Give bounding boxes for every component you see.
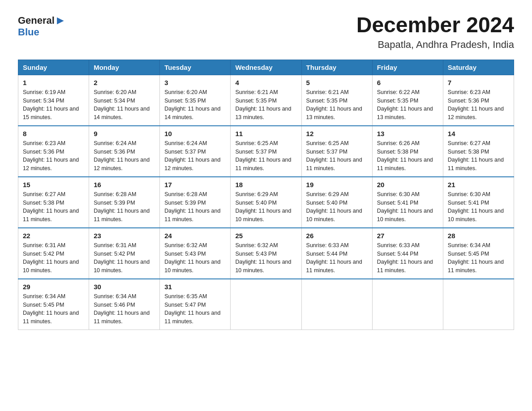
- calendar-week-row: 8 Sunrise: 6:23 AMSunset: 5:36 PMDayligh…: [18, 126, 514, 177]
- day-info: Sunrise: 6:34 AMSunset: 5:45 PMDaylight:…: [23, 293, 79, 325]
- day-info: Sunrise: 6:30 AMSunset: 5:41 PMDaylight:…: [448, 191, 504, 223]
- day-number: 24: [164, 232, 226, 240]
- table-row: [231, 279, 301, 330]
- day-info: Sunrise: 6:31 AMSunset: 5:42 PMDaylight:…: [94, 242, 150, 274]
- day-info: Sunrise: 6:24 AMSunset: 5:37 PMDaylight:…: [164, 140, 220, 171]
- title-block: December 2024 Bapatla, Andhra Pradesh, I…: [356, 13, 514, 51]
- day-number: 14: [448, 130, 509, 137]
- day-info: Sunrise: 6:27 AMSunset: 5:38 PMDaylight:…: [23, 191, 79, 223]
- table-row: 16 Sunrise: 6:28 AMSunset: 5:39 PMDaylig…: [89, 177, 160, 228]
- day-info: Sunrise: 6:21 AMSunset: 5:35 PMDaylight:…: [235, 89, 291, 120]
- table-row: 25 Sunrise: 6:32 AMSunset: 5:43 PMDaylig…: [231, 228, 301, 279]
- calendar-week-row: 22 Sunrise: 6:31 AMSunset: 5:42 PMDaylig…: [18, 228, 514, 279]
- day-number: 1: [23, 79, 84, 86]
- col-wednesday: Wednesday: [231, 60, 301, 75]
- table-row: 24 Sunrise: 6:32 AMSunset: 5:43 PMDaylig…: [160, 228, 231, 279]
- day-number: 6: [377, 79, 438, 86]
- day-info: Sunrise: 6:34 AMSunset: 5:45 PMDaylight:…: [448, 242, 504, 274]
- day-number: 30: [94, 283, 155, 291]
- day-number: 17: [164, 181, 226, 188]
- day-info: Sunrise: 6:34 AMSunset: 5:46 PMDaylight:…: [94, 293, 150, 325]
- day-number: 9: [94, 130, 155, 137]
- table-row: 8 Sunrise: 6:23 AMSunset: 5:36 PMDayligh…: [18, 126, 89, 177]
- day-number: 27: [377, 232, 438, 240]
- day-info: Sunrise: 6:19 AMSunset: 5:34 PMDaylight:…: [23, 89, 79, 120]
- day-info: Sunrise: 6:29 AMSunset: 5:40 PMDaylight:…: [306, 191, 362, 223]
- table-row: 27 Sunrise: 6:33 AMSunset: 5:44 PMDaylig…: [372, 228, 443, 279]
- table-row: 10 Sunrise: 6:24 AMSunset: 5:37 PMDaylig…: [160, 126, 231, 177]
- table-row: 11 Sunrise: 6:25 AMSunset: 5:37 PMDaylig…: [231, 126, 301, 177]
- table-row: [372, 279, 443, 330]
- month-title: December 2024: [356, 13, 514, 37]
- day-number: 12: [306, 130, 368, 137]
- table-row: 3 Sunrise: 6:20 AMSunset: 5:35 PMDayligh…: [160, 75, 231, 126]
- table-row: 4 Sunrise: 6:21 AMSunset: 5:35 PMDayligh…: [231, 75, 301, 126]
- day-number: 31: [164, 283, 226, 291]
- calendar-table: Sunday Monday Tuesday Wednesday Thursday…: [18, 60, 514, 330]
- table-row: 29 Sunrise: 6:34 AMSunset: 5:45 PMDaylig…: [18, 279, 89, 330]
- day-info: Sunrise: 6:20 AMSunset: 5:35 PMDaylight:…: [164, 89, 220, 120]
- col-thursday: Thursday: [301, 60, 372, 75]
- col-sunday: Sunday: [18, 60, 89, 75]
- day-number: 8: [23, 130, 84, 137]
- day-number: 11: [235, 130, 296, 137]
- day-info: Sunrise: 6:35 AMSunset: 5:47 PMDaylight:…: [164, 293, 220, 325]
- logo-blue-text: Blue: [18, 26, 39, 38]
- day-info: Sunrise: 6:32 AMSunset: 5:43 PMDaylight:…: [235, 242, 291, 274]
- day-info: Sunrise: 6:24 AMSunset: 5:36 PMDaylight:…: [94, 140, 150, 171]
- table-row: 20 Sunrise: 6:30 AMSunset: 5:41 PMDaylig…: [372, 177, 443, 228]
- day-info: Sunrise: 6:23 AMSunset: 5:36 PMDaylight:…: [23, 140, 79, 171]
- day-info: Sunrise: 6:21 AMSunset: 5:35 PMDaylight:…: [306, 89, 362, 120]
- calendar-week-row: 29 Sunrise: 6:34 AMSunset: 5:45 PMDaylig…: [18, 279, 514, 330]
- day-info: Sunrise: 6:27 AMSunset: 5:38 PMDaylight:…: [448, 140, 504, 171]
- table-row: 15 Sunrise: 6:27 AMSunset: 5:38 PMDaylig…: [18, 177, 89, 228]
- day-number: 3: [164, 79, 226, 86]
- day-number: 4: [235, 79, 296, 86]
- col-saturday: Saturday: [443, 60, 514, 75]
- day-info: Sunrise: 6:29 AMSunset: 5:40 PMDaylight:…: [235, 191, 291, 223]
- day-number: 23: [94, 232, 155, 240]
- day-info: Sunrise: 6:33 AMSunset: 5:44 PMDaylight:…: [306, 242, 362, 274]
- table-row: [443, 279, 514, 330]
- day-info: Sunrise: 6:30 AMSunset: 5:41 PMDaylight:…: [377, 191, 433, 223]
- day-info: Sunrise: 6:32 AMSunset: 5:43 PMDaylight:…: [164, 242, 220, 274]
- day-info: Sunrise: 6:25 AMSunset: 5:37 PMDaylight:…: [235, 140, 291, 171]
- table-row: 6 Sunrise: 6:22 AMSunset: 5:35 PMDayligh…: [372, 75, 443, 126]
- table-row: 19 Sunrise: 6:29 AMSunset: 5:40 PMDaylig…: [301, 177, 372, 228]
- day-number: 19: [306, 181, 368, 188]
- day-info: Sunrise: 6:31 AMSunset: 5:42 PMDaylight:…: [23, 242, 79, 274]
- table-row: 22 Sunrise: 6:31 AMSunset: 5:42 PMDaylig…: [18, 228, 89, 279]
- page-header: General ► Blue December 2024 Bapatla, An…: [18, 13, 514, 51]
- day-number: 13: [377, 130, 438, 137]
- day-number: 5: [306, 79, 368, 86]
- table-row: 5 Sunrise: 6:21 AMSunset: 5:35 PMDayligh…: [301, 75, 372, 126]
- day-number: 25: [235, 232, 296, 240]
- table-row: 1 Sunrise: 6:19 AMSunset: 5:34 PMDayligh…: [18, 75, 89, 126]
- table-row: 17 Sunrise: 6:28 AMSunset: 5:39 PMDaylig…: [160, 177, 231, 228]
- table-row: 7 Sunrise: 6:23 AMSunset: 5:36 PMDayligh…: [443, 75, 514, 126]
- logo-general-text: General: [18, 15, 55, 26]
- calendar-week-row: 1 Sunrise: 6:19 AMSunset: 5:34 PMDayligh…: [18, 75, 514, 126]
- table-row: 23 Sunrise: 6:31 AMSunset: 5:42 PMDaylig…: [89, 228, 160, 279]
- col-tuesday: Tuesday: [160, 60, 231, 75]
- col-friday: Friday: [372, 60, 443, 75]
- table-row: 12 Sunrise: 6:25 AMSunset: 5:37 PMDaylig…: [301, 126, 372, 177]
- table-row: 9 Sunrise: 6:24 AMSunset: 5:36 PMDayligh…: [89, 126, 160, 177]
- calendar-header-row: Sunday Monday Tuesday Wednesday Thursday…: [18, 60, 514, 75]
- day-number: 21: [448, 181, 509, 188]
- table-row: 28 Sunrise: 6:34 AMSunset: 5:45 PMDaylig…: [443, 228, 514, 279]
- day-info: Sunrise: 6:26 AMSunset: 5:38 PMDaylight:…: [377, 140, 433, 171]
- table-row: 18 Sunrise: 6:29 AMSunset: 5:40 PMDaylig…: [231, 177, 301, 228]
- day-number: 18: [235, 181, 296, 188]
- logo: General ► Blue: [18, 13, 66, 38]
- day-info: Sunrise: 6:22 AMSunset: 5:35 PMDaylight:…: [377, 89, 433, 120]
- logo-arrow-icon: ►: [55, 13, 66, 27]
- day-info: Sunrise: 6:33 AMSunset: 5:44 PMDaylight:…: [377, 242, 433, 274]
- day-number: 15: [23, 181, 84, 188]
- table-row: 31 Sunrise: 6:35 AMSunset: 5:47 PMDaylig…: [160, 279, 231, 330]
- location-title: Bapatla, Andhra Pradesh, India: [356, 39, 514, 51]
- day-number: 7: [448, 79, 509, 86]
- table-row: [301, 279, 372, 330]
- table-row: 2 Sunrise: 6:20 AMSunset: 5:34 PMDayligh…: [89, 75, 160, 126]
- day-info: Sunrise: 6:28 AMSunset: 5:39 PMDaylight:…: [164, 191, 220, 223]
